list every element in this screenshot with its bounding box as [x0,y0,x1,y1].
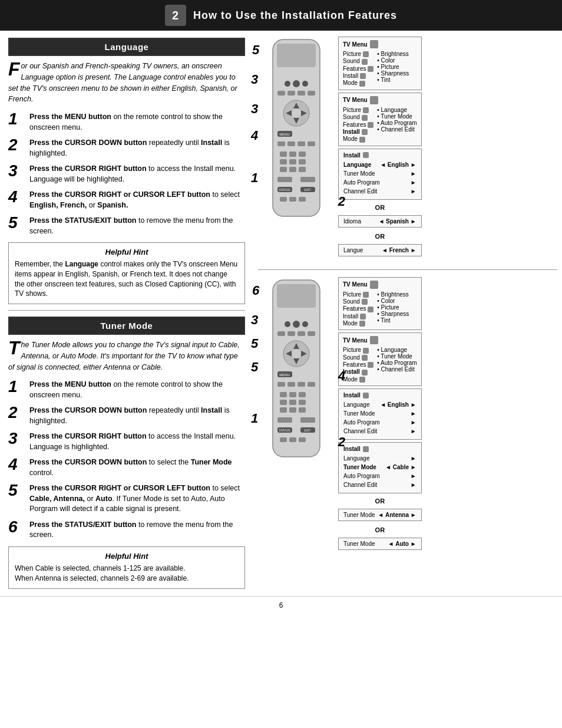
or-2-lang: OR [338,233,422,240]
svg-rect-17 [277,141,285,146]
feat-icon [368,66,373,72]
lang-step-overlay-4: 4 [251,128,258,143]
svg-rect-23 [299,151,306,157]
install-title-icon-t [363,393,369,398]
svg-rect-62 [299,392,306,397]
tv-menu-box-1-lang: TV Menu Picture Sound Features Install M… [338,37,422,90]
svg-rect-44 [277,331,285,336]
svg-point-41 [293,321,300,328]
svg-rect-45 [287,331,295,336]
feat-icon-2 [368,122,373,128]
tuner-hint-title: Helpful Hint [15,552,239,561]
svg-point-4 [302,81,308,87]
svg-rect-64 [289,400,296,405]
tv-icon-t2 [370,336,378,344]
or-1-tuner: OR [338,498,422,505]
section-divider [8,310,245,311]
svg-point-43 [302,321,308,327]
idioma-box: Idioma ◄ Spanish ► [338,215,422,228]
svg-rect-24 [280,159,287,164]
language-hint-text: Remember, the Language control makes onl… [15,259,239,299]
svg-rect-1 [277,44,316,67]
tuner-hint-text: When Cable is selected, channels 1-125 a… [15,564,239,584]
svg-rect-56 [277,382,285,387]
tuner-hint-box: Helpful Hint When Cable is selected, cha… [8,546,245,589]
svg-rect-68 [299,407,306,413]
tv-icon [370,40,378,48]
svg-rect-28 [289,167,296,172]
language-panels: TV Menu Picture Sound Features Install M… [338,37,422,258]
svg-rect-36 [280,197,287,202]
tuner-step-3: 3 Press the CURSOR RIGHT button to acces… [8,430,245,452]
svg-rect-7 [297,91,305,95]
install-box-lang: Install Language ◄ English ► Tuner Mode►… [338,149,422,200]
svg-rect-5 [277,91,285,95]
tuner-remote-group: 6 3 5 5 1 2 4 [258,277,335,473]
svg-rect-31 [300,177,315,182]
remote-svg-language: MENU [258,37,335,231]
language-hint-box: Helpful Hint Remember, the Language cont… [8,242,245,304]
svg-rect-65 [299,400,306,405]
page-footer: 6 [0,596,562,614]
page-header: 2 How to Use the Installation Features [0,0,562,31]
language-steps: 1 Press the MENU button on the remote co… [8,111,245,236]
install-icon-t2 [362,370,368,375]
page-number: 6 [279,601,283,610]
tuner-panels: TV Menu Picture Sound Features Install M… [338,277,422,552]
tv-icon-t1 [370,281,378,289]
page-title: How to Use the Installation Features [193,9,397,22]
tuner-step-overlay-1: 1 [251,411,258,426]
language-right-section: 5 3 3 4 1 2 [258,37,557,258]
pic-icon-t [363,292,369,298]
language-step-5: 5 Press the STATUS/EXIT button to remove… [8,215,245,236]
svg-rect-40 [277,284,316,308]
feat-icon-t [368,307,373,312]
install-icon-t [360,314,366,319]
tuner-step-5: 5 Press the CURSOR RIGHT or CURSOR LEFT … [8,482,245,515]
tv-menu-box-2-lang: TV Menu Picture Sound Features Install M… [338,93,422,146]
tuner-step-4: 4 Press the CURSOR DOWN button to select… [8,456,245,478]
right-column: 5 3 3 4 1 2 [253,31,562,596]
svg-rect-58 [297,382,305,387]
svg-rect-37 [289,197,296,202]
section-icon: 2 [165,5,186,26]
pic-icon-t2 [363,348,369,354]
svg-rect-19 [297,141,305,146]
tuner-step-1: 1 Press the MENU button on the remote co… [8,378,245,400]
tuner-right-section: 6 3 5 5 1 2 4 [258,277,557,552]
tuner-section-header: Tuner Mode [8,317,245,335]
svg-rect-57 [287,382,295,387]
tuner-step-overlay-4: 4 [338,368,345,384]
tuner-step-overlay-6: 6 [252,283,259,298]
svg-rect-38 [299,197,306,202]
mode-icon-t [359,321,365,327]
feat-icon-t2 [368,362,373,368]
svg-rect-60 [280,392,287,397]
pic-icon [363,51,369,57]
language-intro: F or our Spanish and French-speaking TV … [8,61,245,105]
or-1-lang: OR [338,204,422,211]
lang-step-overlay-3b: 3 [251,101,258,117]
svg-point-2 [293,80,300,87]
svg-text:EXIT: EXIT [304,188,310,192]
svg-rect-6 [287,91,295,95]
install-icon-2 [362,129,368,135]
language-step-1: 1 Press the MENU button on the remote co… [8,111,245,133]
svg-point-3 [285,81,290,87]
sound-icon-2 [362,115,368,121]
tuner-step-overlay-3a: 3 [251,312,258,328]
tuner-step-2: 2 Press the CURSOR DOWN button repeatedl… [8,404,245,426]
svg-text:STATUS: STATUS [279,429,291,432]
or-2-tuner: OR [338,526,422,533]
tuner-step-6: 6 Press the STATUS/EXIT button to remove… [8,519,245,541]
left-column: Language F or our Spanish and French-spe… [0,31,253,596]
lang-step-overlay-2: 2 [338,194,345,209]
svg-rect-75 [280,437,287,442]
install-title-icon [363,152,369,158]
svg-rect-20 [308,141,315,146]
tv-menu-box-1-tuner: TV Menu Picture Sound Features Install M… [338,277,422,331]
svg-rect-22 [289,151,296,157]
svg-rect-63 [280,400,287,405]
svg-text:MENU: MENU [279,133,290,136]
svg-rect-76 [289,437,296,442]
